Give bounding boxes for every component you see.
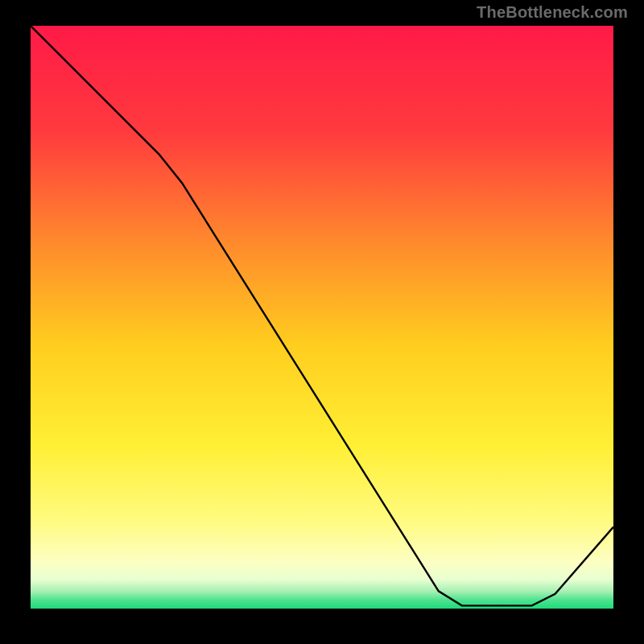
bottleneck-chart: [31, 26, 613, 609]
chart-svg: [31, 26, 613, 609]
attribution-text: TheBottleneck.com: [477, 3, 628, 22]
